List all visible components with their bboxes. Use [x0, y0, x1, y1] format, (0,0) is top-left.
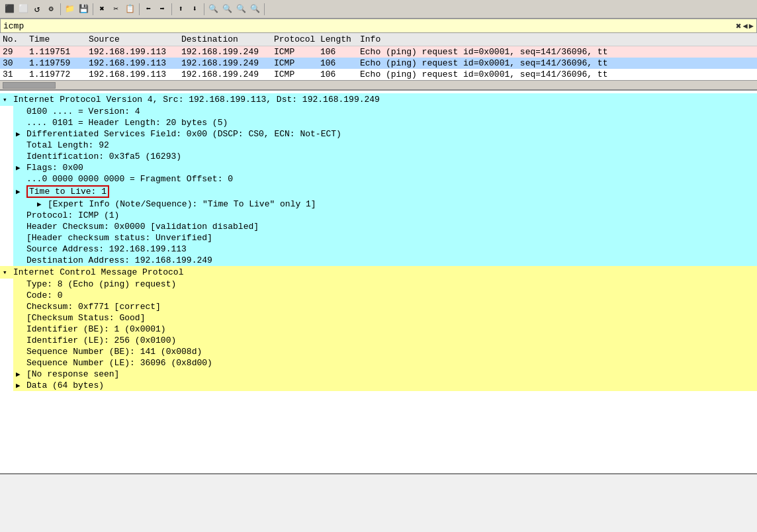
icmp-field-id-be-text: Identifier (BE): 1 (0x0001) — [26, 324, 166, 334]
cell-proto: ICMP — [274, 47, 320, 57]
icmp-field-code-text: Code: 0 — [26, 290, 63, 300]
ip-field-ttl-row[interactable]: ▶ Time to Live: 1 — [13, 185, 757, 199]
icmp-field-id-be: Identifier (BE): 1 (0x0001) — [13, 324, 757, 335]
cell-no: 31 — [3, 69, 29, 79]
expert-info-toggle-icon[interactable]: ▶ — [37, 200, 48, 208]
icmp-field-code: Code: 0 — [13, 290, 757, 301]
icmp-section-header[interactable]: ▾ Internet Control Message Protocol — [0, 266, 757, 279]
cell-src: 192.168.199.113 — [89, 47, 181, 57]
toolbar-btn-down[interactable]: ⬇ — [188, 3, 201, 16]
cell-no: 29 — [3, 47, 29, 57]
col-header-dst: Destination — [181, 34, 274, 44]
cell-proto: ICMP — [274, 69, 320, 79]
ip-field-frag-offset-text: ...0 0000 0000 0000 = Fragment Offset: 0 — [26, 174, 233, 184]
icmp-field-checksum: Checksum: 0xf771 [correct] — [13, 301, 757, 312]
icmp-data-bytes-row[interactable]: ▶ Data (64 bytes) — [13, 380, 757, 391]
separator-5 — [204, 3, 204, 15]
ip-toggle-icon[interactable]: ▾ — [3, 95, 13, 104]
icmp-no-response-row[interactable]: ▶ [No response seen] — [13, 369, 757, 380]
col-header-time: Time — [29, 34, 89, 44]
toolbar-btn-folder[interactable]: 📁 — [63, 3, 76, 16]
ip-field-id-text: Identification: 0x3fa5 (16293) — [26, 152, 181, 161]
ip-field-proto: Protocol: ICMP (1) — [13, 210, 757, 221]
ip-field-flags-text: Flags: 0x00 — [26, 163, 83, 173]
icmp-field-type: Type: 8 (Echo (ping) request) — [13, 279, 757, 290]
toolbar-btn-cut[interactable]: ✂ — [109, 3, 122, 16]
separator-4 — [171, 3, 172, 15]
ip-expert-info-row[interactable]: ▶ [Expert Info (Note/Sequence): "Time To… — [13, 199, 757, 210]
icmp-section: ▾ Internet Control Message Protocol Type… — [0, 266, 757, 391]
ip-field-total-len: Total Length: 92 — [13, 140, 757, 151]
icmp-field-seq-be: Sequence Number (BE): 141 (0x008d) — [13, 346, 757, 357]
horizontal-scrollbar[interactable] — [0, 80, 757, 89]
ip-field-frag-offset: ...0 0000 0000 0000 = Fragment Offset: 0 — [13, 173, 757, 185]
ttl-toggle-icon[interactable]: ▶ — [16, 187, 26, 196]
ip-section-content: 0100 .... = Version: 4 .... 0101 = Heade… — [0, 106, 757, 266]
toolbar-btn-zoom-fit[interactable]: 🔍 — [248, 3, 261, 16]
ip-field-version-text: 0100 .... = Version: 4 — [26, 107, 140, 116]
ip-field-proto-text: Protocol: ICMP (1) — [26, 210, 119, 220]
toolbar-btn-back[interactable]: ⬅ — [142, 3, 155, 16]
ip-section: ▾ Internet Protocol Version 4, Src: 192.… — [0, 93, 757, 266]
toolbar-btn-close[interactable]: ✖ — [95, 3, 109, 16]
icmp-field-checksum-status: [Checksum Status: Good] — [13, 312, 757, 324]
packet-list-header: No. Time Source Destination Protocol Len… — [0, 33, 757, 46]
cell-proto: ICMP — [274, 58, 320, 68]
dscp-toggle-icon[interactable]: ▶ — [16, 130, 26, 138]
col-header-len: Length — [320, 34, 360, 44]
packet-list: No. Time Source Destination Protocol Len… — [0, 33, 757, 91]
separator-1 — [60, 3, 61, 15]
toolbar-btn-save[interactable]: 💾 — [77, 3, 90, 16]
separator-6 — [264, 3, 265, 15]
cell-info: Echo (ping) request id=0x0001, seq=141/3… — [360, 47, 754, 57]
col-header-no: No. — [3, 34, 29, 44]
icmp-toggle-icon[interactable]: ▾ — [3, 268, 13, 277]
toolbar-btn-zoom-in[interactable]: 🔍 — [206, 3, 220, 16]
filter-next-btn[interactable]: ▶ — [749, 21, 754, 31]
detail-pane: ▾ Internet Protocol Version 4, Src: 192.… — [0, 91, 757, 474]
ip-field-ttl-text: Time to Live: 1 — [26, 185, 109, 198]
icmp-field-seq-le-text: Sequence Number (LE): 36096 (0x8d00) — [26, 358, 212, 368]
icmp-data-bytes-text: Data (64 bytes) — [26, 380, 104, 390]
icmp-field-id-le: Identifier (LE): 256 (0x0100) — [13, 335, 757, 346]
ip-section-label: Internet Protocol Version 4, Src: 192.16… — [13, 95, 380, 105]
toolbar-btn-forward[interactable]: ➡ — [156, 3, 169, 16]
toolbar-btn-zoom-reset[interactable]: 🔍 — [234, 3, 247, 16]
flags-toggle-icon[interactable]: ▶ — [16, 163, 26, 172]
toolbar-btn-reload[interactable]: ↺ — [30, 3, 44, 16]
table-row[interactable]: 29 1.119751 192.168.199.113 192.168.199.… — [0, 46, 757, 58]
col-header-proto: Protocol — [274, 34, 320, 44]
scrollbar-thumb[interactable] — [3, 82, 56, 89]
cell-dst: 192.168.199.249 — [181, 47, 274, 57]
filter-prev-btn[interactable]: ◀ — [743, 21, 748, 31]
cell-len: 106 — [320, 47, 360, 57]
toolbar-btn-open[interactable]: ⬜ — [17, 3, 30, 16]
ip-field-src-addr-text: Source Address: 192.168.199.113 — [26, 244, 187, 254]
col-header-info: Info — [360, 34, 754, 44]
ip-field-total-len-text: Total Length: 92 — [26, 140, 109, 150]
filter-close-btn[interactable]: ✖ — [736, 21, 741, 32]
ip-field-checksum-text: Header Checksum: 0x0000 [validation disa… — [26, 222, 259, 232]
data-toggle-icon[interactable]: ▶ — [16, 381, 26, 390]
ip-field-dst-addr-text: Destination Address: 192.168.199.249 — [26, 255, 212, 265]
toolbar-btn-up[interactable]: ⬆ — [174, 3, 187, 16]
icmp-field-type-text: Type: 8 (Echo (ping) request) — [26, 279, 176, 289]
toolbar-btn-copy[interactable]: 📋 — [123, 3, 136, 16]
ip-field-dscp[interactable]: ▶ Differentiated Services Field: 0x00 (D… — [13, 128, 757, 140]
ip-section-header[interactable]: ▾ Internet Protocol Version 4, Src: 192.… — [0, 93, 757, 106]
toolbar-btn-new[interactable]: ⬛ — [3, 3, 16, 16]
no-response-toggle-icon[interactable]: ▶ — [16, 370, 26, 378]
filter-input[interactable] — [3, 21, 733, 31]
filter-bar: ✖ ◀ ▶ — [0, 19, 757, 33]
toolbar-btn-zoom-out[interactable]: 🔍 — [220, 3, 234, 16]
cell-dst: 192.168.199.249 — [181, 58, 274, 68]
icmp-no-response-text: [No response seen] — [26, 369, 119, 379]
table-row[interactable]: 30 1.119759 192.168.199.113 192.168.199.… — [0, 58, 757, 69]
toolbar-btn-settings[interactable]: ⚙ — [44, 3, 58, 16]
table-row[interactable]: 31 1.119772 192.168.199.113 192.168.199.… — [0, 69, 757, 80]
cell-dst: 192.168.199.249 — [181, 69, 274, 79]
ip-field-id: Identification: 0x3fa5 (16293) — [13, 151, 757, 162]
icmp-section-content: Type: 8 (Echo (ping) request) Code: 0 Ch… — [0, 279, 757, 391]
ip-field-src-addr: Source Address: 192.168.199.113 — [13, 244, 757, 255]
ip-field-flags[interactable]: ▶ Flags: 0x00 — [13, 162, 757, 173]
